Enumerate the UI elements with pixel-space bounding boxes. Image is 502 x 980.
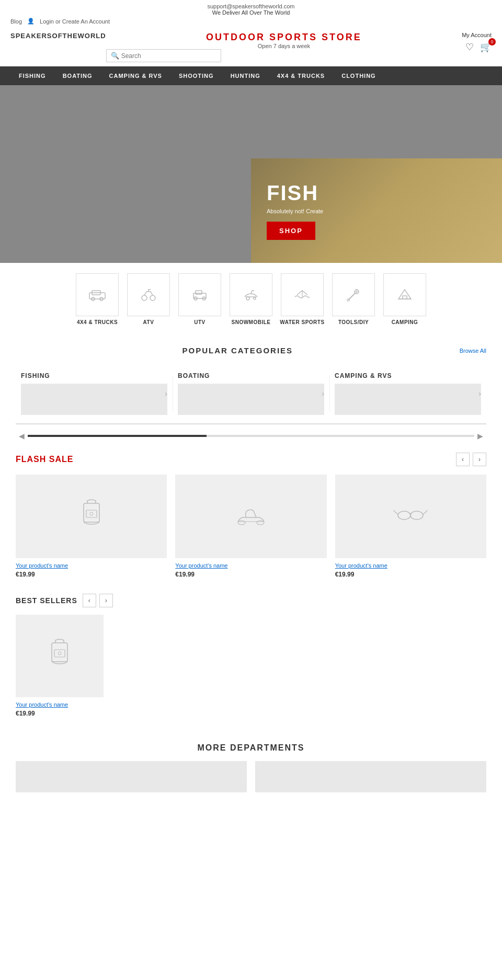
cat-icon-utv: [178, 273, 221, 316]
hero-banner: FISH Absolutely not! Create SHOP: [0, 85, 502, 263]
svg-point-20: [410, 511, 423, 520]
search-input[interactable]: [121, 52, 215, 60]
store-subtitle: Open 7 days a week: [106, 43, 462, 49]
cat-tools-diy[interactable]: TOOLS/DIY: [330, 273, 377, 325]
account-row: My Account: [462, 32, 492, 38]
header: SPEAKERSOFTHEWORLD OUTDOOR SPORTS STORE …: [0, 26, 502, 66]
topbar: support@speakersoftheworld.com We Delive…: [0, 0, 502, 17]
pop-cat-boating[interactable]: BOATING ›: [173, 363, 329, 423]
svg-rect-7: [196, 291, 202, 294]
flash-sale-section: FLASH SALE ‹ › Your product's name €19.9…: [0, 442, 502, 589]
pop-cat-camping-img: [335, 384, 481, 415]
browse-all-link[interactable]: Browse All: [460, 348, 486, 354]
flash-product-img-2: [335, 475, 486, 558]
user-icon: 👤: [27, 18, 35, 25]
popular-categories-section: POPULAR CATEGORIES Browse All FISHING › …: [0, 336, 502, 430]
nav-shooting[interactable]: SHOOTING: [170, 66, 222, 85]
flash-product-price-1: €19.99: [175, 571, 326, 578]
scroll-thumb: [28, 435, 207, 437]
hero-background-left: [0, 85, 251, 263]
best-sellers-next[interactable]: ›: [99, 594, 113, 607]
best-sellers-prev[interactable]: ‹: [83, 594, 96, 607]
cat-icon-camping: [383, 273, 426, 316]
dept-card-left[interactable]: [16, 761, 247, 792]
flash-sale-prev[interactable]: ‹: [456, 453, 470, 466]
cart-badge: 0: [488, 38, 496, 45]
best-seller-name-0[interactable]: Your product's name: [16, 701, 104, 708]
pop-cat-fishing[interactable]: FISHING ›: [16, 363, 173, 423]
cat-icon-water: [281, 273, 324, 316]
best-seller-img-0: [16, 615, 104, 697]
dept-card-right[interactable]: [255, 761, 486, 792]
flash-product-0[interactable]: Your product's name €19.99: [16, 475, 167, 578]
best-sellers-arrows: ‹ ›: [83, 594, 113, 607]
pop-cat-boating-arrow: ›: [322, 389, 324, 398]
icons-row: ♡ 🛒 0: [465, 41, 492, 53]
cat-label-water: WATER SPORTS: [280, 319, 324, 325]
svg-rect-15: [86, 510, 97, 517]
cart-button[interactable]: 🛒 0: [480, 41, 492, 53]
flash-product-2[interactable]: Your product's name €19.99: [335, 475, 486, 578]
pop-cat-fishing-arrow: ›: [165, 389, 167, 398]
nav-fishing[interactable]: FISHING: [10, 66, 54, 85]
scroll-indicator: ◀ ▶: [16, 430, 486, 442]
cat-label-tools: TOOLS/DIY: [338, 319, 369, 325]
scroll-track: [28, 435, 474, 437]
cat-icon-tools: [332, 273, 375, 316]
search-icon: 🔍: [111, 52, 119, 60]
cat-icon-snowmobile: [230, 273, 272, 316]
scroll-right-arrow[interactable]: ▶: [474, 432, 486, 440]
flash-product-name-0[interactable]: Your product's name: [16, 562, 167, 569]
nav-4x4-trucks[interactable]: 4X4 & TRUCKS: [269, 66, 333, 85]
delivery-text: We Deliver All Over The World: [0, 9, 502, 16]
best-sellers-title: BEST SELLERS: [16, 596, 77, 605]
best-seller-0[interactable]: Your product's name €19.99: [16, 615, 104, 717]
flash-product-img-0: [16, 475, 167, 558]
best-sellers-header: BEST SELLERS ‹ ›: [16, 594, 486, 607]
cat-label-4x4: 4X4 & TRUCKS: [77, 319, 118, 325]
flash-product-name-1[interactable]: Your product's name: [175, 562, 326, 569]
support-email: support@speakersoftheworld.com: [0, 3, 502, 9]
hero-shop-button[interactable]: SHOP: [267, 222, 315, 240]
site-logo[interactable]: SPEAKERSOFTHEWORLD: [10, 32, 106, 40]
cat-4x4-trucks[interactable]: 4X4 & TRUCKS: [74, 273, 121, 325]
svg-point-23: [58, 652, 61, 655]
flash-product-1[interactable]: Your product's name €19.99: [175, 475, 326, 578]
svg-point-17: [238, 521, 245, 525]
pop-cat-camping-rvs[interactable]: CAMPING & RVS ›: [329, 363, 486, 423]
best-sellers-section: BEST SELLERS ‹ › Your product's name €19…: [0, 589, 502, 728]
hero-subtitle: Absolutely not! Create: [267, 208, 486, 214]
pop-cat-boating-label: BOATING: [178, 372, 210, 379]
flash-product-name-2[interactable]: Your product's name: [335, 562, 486, 569]
flash-product-price-0: €19.99: [16, 571, 167, 578]
blog-link[interactable]: Blog: [10, 18, 22, 25]
flash-sale-next[interactable]: ›: [473, 453, 486, 466]
header-right: My Account ♡ 🛒 0: [462, 32, 492, 53]
flash-sale-arrows: ‹ ›: [456, 453, 486, 466]
pop-cat-boating-img: [178, 384, 324, 415]
hero-right-panel: FISH Absolutely not! Create SHOP: [251, 158, 502, 263]
popular-cats-row: FISHING › BOATING › CAMPING & RVS ›: [16, 363, 486, 424]
svg-point-18: [257, 521, 264, 525]
cat-utv[interactable]: UTV: [176, 273, 223, 325]
cat-snowmobile[interactable]: SNOWMOBILE: [227, 273, 275, 325]
main-navigation: FISHING BOATING CAMPING & RVS SHOOTING H…: [0, 66, 502, 85]
search-box[interactable]: 🔍: [106, 49, 221, 62]
nav-boating[interactable]: BOATING: [54, 66, 101, 85]
popular-categories-header: POPULAR CATEGORIES Browse All: [16, 346, 486, 355]
login-link[interactable]: Login or Create An Account: [40, 18, 110, 25]
nav-camping-rvs[interactable]: CAMPING & RVS: [101, 66, 170, 85]
pop-cat-camping-arrow: ›: [478, 389, 481, 398]
cat-label-snowmobile: SNOWMOBILE: [232, 319, 271, 325]
wishlist-button[interactable]: ♡: [465, 41, 474, 53]
cat-water-sports[interactable]: WATER SPORTS: [279, 273, 326, 325]
cat-camping[interactable]: CAMPING: [381, 273, 428, 325]
best-seller-price-0: €19.99: [16, 710, 104, 717]
cat-atv[interactable]: ATV: [125, 273, 172, 325]
scroll-left-arrow[interactable]: ◀: [16, 432, 28, 440]
nav-clothing[interactable]: CLOTHING: [333, 66, 384, 85]
topbar-links: Blog 👤 Login or Create An Account: [0, 17, 502, 26]
cat-icon-atv: [127, 273, 170, 316]
nav-hunting[interactable]: HUNTING: [222, 66, 269, 85]
popular-categories-title: POPULAR CATEGORIES: [16, 346, 460, 355]
